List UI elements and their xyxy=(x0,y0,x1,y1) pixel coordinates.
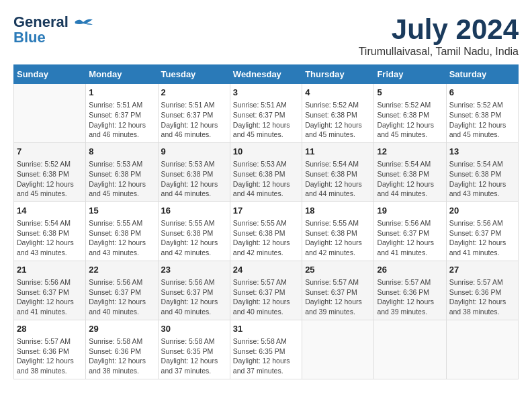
calendar-cell xyxy=(446,320,518,379)
day-number: 17 xyxy=(233,205,299,217)
day-info: Sunrise: 5:52 AM Sunset: 6:38 PM Dayligh… xyxy=(377,100,443,140)
calendar-cell: 1Sunrise: 5:51 AM Sunset: 6:37 PM Daylig… xyxy=(86,84,158,143)
day-number: 18 xyxy=(305,205,371,217)
week-row-3: 14Sunrise: 5:54 AM Sunset: 6:38 PM Dayli… xyxy=(14,201,519,261)
day-info: Sunrise: 5:55 AM Sunset: 6:38 PM Dayligh… xyxy=(305,218,371,258)
weekday-header-friday: Friday xyxy=(374,65,446,84)
day-number: 11 xyxy=(305,146,371,158)
calendar-cell: 31Sunrise: 5:58 AM Sunset: 6:35 PM Dayli… xyxy=(230,320,302,379)
calendar-cell: 14Sunrise: 5:54 AM Sunset: 6:38 PM Dayli… xyxy=(14,201,86,261)
day-number: 9 xyxy=(161,146,227,158)
calendar-cell: 19Sunrise: 5:56 AM Sunset: 6:37 PM Dayli… xyxy=(374,201,446,261)
calendar-cell xyxy=(302,320,374,379)
calendar-cell: 30Sunrise: 5:58 AM Sunset: 6:35 PM Dayli… xyxy=(158,320,230,379)
weekday-header-tuesday: Tuesday xyxy=(158,65,230,84)
day-number: 10 xyxy=(233,146,299,158)
week-row-2: 7Sunrise: 5:52 AM Sunset: 6:38 PM Daylig… xyxy=(14,142,519,201)
header: General Blue July 2024 Tirumullaivasal, … xyxy=(13,13,519,58)
week-row-5: 28Sunrise: 5:57 AM Sunset: 6:36 PM Dayli… xyxy=(14,320,519,379)
day-info: Sunrise: 5:56 AM Sunset: 6:37 PM Dayligh… xyxy=(17,277,83,317)
calendar-cell: 11Sunrise: 5:54 AM Sunset: 6:38 PM Dayli… xyxy=(302,142,374,201)
logo: General Blue xyxy=(13,13,94,46)
day-number: 14 xyxy=(17,205,83,217)
calendar-cell: 5Sunrise: 5:52 AM Sunset: 6:38 PM Daylig… xyxy=(374,84,446,143)
day-info: Sunrise: 5:54 AM Sunset: 6:38 PM Dayligh… xyxy=(305,159,371,199)
day-number: 24 xyxy=(233,264,299,276)
calendar-cell: 17Sunrise: 5:55 AM Sunset: 6:38 PM Dayli… xyxy=(230,201,302,261)
day-number: 21 xyxy=(17,264,83,276)
weekday-header-monday: Monday xyxy=(86,65,158,84)
day-info: Sunrise: 5:54 AM Sunset: 6:38 PM Dayligh… xyxy=(17,218,83,258)
calendar-cell xyxy=(14,84,86,143)
day-info: Sunrise: 5:58 AM Sunset: 6:35 PM Dayligh… xyxy=(233,336,299,376)
calendar-cell: 10Sunrise: 5:53 AM Sunset: 6:38 PM Dayli… xyxy=(230,142,302,201)
calendar-cell: 29Sunrise: 5:58 AM Sunset: 6:36 PM Dayli… xyxy=(86,320,158,379)
calendar-cell: 21Sunrise: 5:56 AM Sunset: 6:37 PM Dayli… xyxy=(14,261,86,320)
day-info: Sunrise: 5:57 AM Sunset: 6:37 PM Dayligh… xyxy=(305,277,371,317)
weekday-header-wednesday: Wednesday xyxy=(230,65,302,84)
calendar-cell: 16Sunrise: 5:55 AM Sunset: 6:38 PM Dayli… xyxy=(158,201,230,261)
day-number: 2 xyxy=(161,87,227,99)
day-info: Sunrise: 5:51 AM Sunset: 6:37 PM Dayligh… xyxy=(161,100,227,140)
day-info: Sunrise: 5:58 AM Sunset: 6:35 PM Dayligh… xyxy=(161,336,227,376)
day-info: Sunrise: 5:56 AM Sunset: 6:37 PM Dayligh… xyxy=(161,277,227,317)
day-info: Sunrise: 5:52 AM Sunset: 6:38 PM Dayligh… xyxy=(305,100,371,140)
day-info: Sunrise: 5:54 AM Sunset: 6:38 PM Dayligh… xyxy=(449,159,515,199)
day-info: Sunrise: 5:57 AM Sunset: 6:37 PM Dayligh… xyxy=(233,277,299,317)
calendar-cell: 23Sunrise: 5:56 AM Sunset: 6:37 PM Dayli… xyxy=(158,261,230,320)
day-number: 28 xyxy=(17,323,83,335)
calendar-cell: 2Sunrise: 5:51 AM Sunset: 6:37 PM Daylig… xyxy=(158,84,230,143)
day-number: 8 xyxy=(89,146,154,158)
day-info: Sunrise: 5:51 AM Sunset: 6:37 PM Dayligh… xyxy=(233,100,299,140)
day-number: 22 xyxy=(89,264,154,276)
weekday-header-row: SundayMondayTuesdayWednesdayThursdayFrid… xyxy=(14,65,519,84)
calendar-table: SundayMondayTuesdayWednesdayThursdayFrid… xyxy=(13,64,519,379)
calendar-cell: 6Sunrise: 5:52 AM Sunset: 6:38 PM Daylig… xyxy=(446,84,518,143)
day-info: Sunrise: 5:53 AM Sunset: 6:38 PM Dayligh… xyxy=(89,159,154,199)
calendar-cell: 4Sunrise: 5:52 AM Sunset: 6:38 PM Daylig… xyxy=(302,84,374,143)
week-row-4: 21Sunrise: 5:56 AM Sunset: 6:37 PM Dayli… xyxy=(14,261,519,320)
day-info: Sunrise: 5:57 AM Sunset: 6:36 PM Dayligh… xyxy=(449,277,515,317)
calendar-cell: 9Sunrise: 5:53 AM Sunset: 6:38 PM Daylig… xyxy=(158,142,230,201)
day-info: Sunrise: 5:55 AM Sunset: 6:38 PM Dayligh… xyxy=(89,218,154,258)
day-number: 7 xyxy=(17,146,83,158)
month-title: July 2024 xyxy=(359,13,519,46)
day-info: Sunrise: 5:52 AM Sunset: 6:38 PM Dayligh… xyxy=(17,159,83,199)
calendar-cell: 3Sunrise: 5:51 AM Sunset: 6:37 PM Daylig… xyxy=(230,84,302,143)
calendar-cell: 28Sunrise: 5:57 AM Sunset: 6:36 PM Dayli… xyxy=(14,320,86,379)
day-number: 4 xyxy=(305,87,371,99)
day-number: 3 xyxy=(233,87,299,99)
day-info: Sunrise: 5:57 AM Sunset: 6:36 PM Dayligh… xyxy=(17,336,83,376)
calendar-cell xyxy=(374,320,446,379)
calendar-cell: 12Sunrise: 5:54 AM Sunset: 6:38 PM Dayli… xyxy=(374,142,446,201)
day-info: Sunrise: 5:56 AM Sunset: 6:37 PM Dayligh… xyxy=(377,218,443,258)
day-info: Sunrise: 5:53 AM Sunset: 6:38 PM Dayligh… xyxy=(161,159,227,199)
day-number: 25 xyxy=(305,264,371,276)
weekday-header-thursday: Thursday xyxy=(302,65,374,84)
day-number: 5 xyxy=(377,87,443,99)
day-info: Sunrise: 5:52 AM Sunset: 6:38 PM Dayligh… xyxy=(449,100,515,140)
title-area: July 2024 Tirumullaivasal, Tamil Nadu, I… xyxy=(359,13,519,58)
day-number: 16 xyxy=(161,205,227,217)
day-number: 30 xyxy=(161,323,227,335)
day-number: 27 xyxy=(449,264,515,276)
day-number: 20 xyxy=(449,205,515,217)
week-row-1: 1Sunrise: 5:51 AM Sunset: 6:37 PM Daylig… xyxy=(14,84,519,143)
calendar-cell: 15Sunrise: 5:55 AM Sunset: 6:38 PM Dayli… xyxy=(86,201,158,261)
calendar-cell: 7Sunrise: 5:52 AM Sunset: 6:38 PM Daylig… xyxy=(14,142,86,201)
weekday-header-sunday: Sunday xyxy=(14,65,86,84)
day-info: Sunrise: 5:58 AM Sunset: 6:36 PM Dayligh… xyxy=(89,336,154,376)
calendar-cell: 8Sunrise: 5:53 AM Sunset: 6:38 PM Daylig… xyxy=(86,142,158,201)
calendar-cell: 18Sunrise: 5:55 AM Sunset: 6:38 PM Dayli… xyxy=(302,201,374,261)
calendar-cell: 24Sunrise: 5:57 AM Sunset: 6:37 PM Dayli… xyxy=(230,261,302,320)
day-info: Sunrise: 5:57 AM Sunset: 6:36 PM Dayligh… xyxy=(377,277,443,317)
calendar-cell: 22Sunrise: 5:56 AM Sunset: 6:37 PM Dayli… xyxy=(86,261,158,320)
day-number: 23 xyxy=(161,264,227,276)
calendar-cell: 13Sunrise: 5:54 AM Sunset: 6:38 PM Dayli… xyxy=(446,142,518,201)
day-info: Sunrise: 5:55 AM Sunset: 6:38 PM Dayligh… xyxy=(161,218,227,258)
day-info: Sunrise: 5:56 AM Sunset: 6:37 PM Dayligh… xyxy=(89,277,154,317)
day-number: 15 xyxy=(89,205,154,217)
logo-blue: Blue xyxy=(13,29,46,46)
day-info: Sunrise: 5:54 AM Sunset: 6:38 PM Dayligh… xyxy=(377,159,443,199)
day-info: Sunrise: 5:56 AM Sunset: 6:37 PM Dayligh… xyxy=(449,218,515,258)
